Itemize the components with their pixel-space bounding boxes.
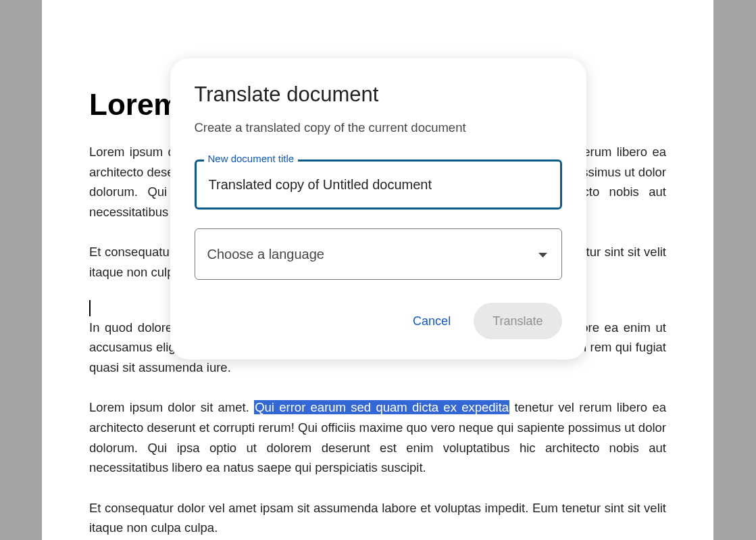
- translate-button[interactable]: Translate: [474, 303, 561, 339]
- translate-dialog: Translate document Create a translated c…: [170, 58, 586, 360]
- dialog-subtitle: Create a translated copy of the current …: [195, 120, 562, 135]
- title-input-label: New document title: [204, 153, 299, 164]
- modal-overlay: Translate document Create a translated c…: [0, 0, 756, 540]
- document-title-input[interactable]: [195, 159, 562, 210]
- language-select-group: Choose a language: [195, 228, 562, 280]
- language-select[interactable]: Choose a language: [195, 228, 562, 280]
- cancel-button[interactable]: Cancel: [401, 306, 463, 337]
- dialog-title: Translate document: [195, 82, 562, 107]
- dialog-button-row: Cancel Translate: [195, 303, 562, 339]
- title-input-group: New document title: [195, 159, 562, 210]
